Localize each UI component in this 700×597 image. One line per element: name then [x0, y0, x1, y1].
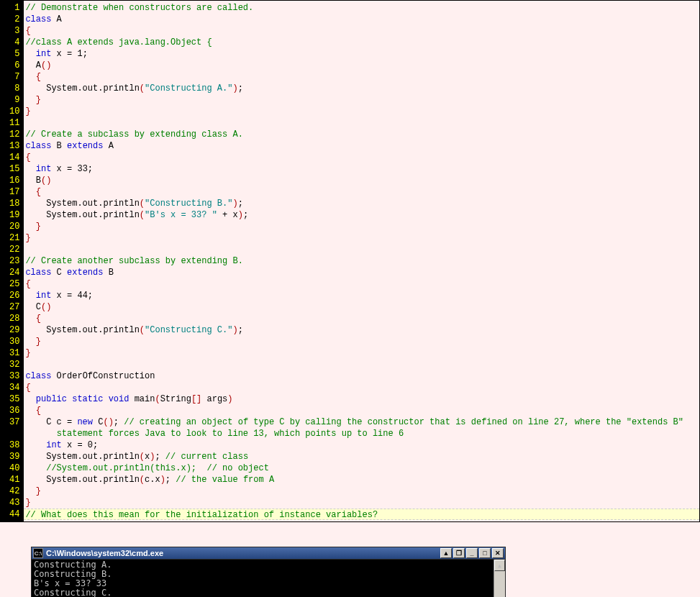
code-line[interactable]: System.out.println("Constructing A."); — [25, 83, 699, 94]
code-line[interactable]: System.out.println("Constructing B."); — [25, 198, 699, 209]
console-title: C:\Windows\system32\cmd.exe — [46, 549, 439, 557]
line-number: 14 — [9, 152, 19, 163]
line-number: 26 — [9, 290, 19, 301]
code-line[interactable]: A() — [25, 60, 699, 71]
code-line[interactable]: // Create a subclass by extending class … — [25, 129, 699, 140]
code-line[interactable]: System.out.println("Constructing C."); — [25, 324, 699, 336]
code-line[interactable]: } — [25, 94, 699, 106]
code-line[interactable]: class B extends A — [25, 140, 699, 152]
console-window: C:\ C:\Windows\system32\cmd.exe ▲ ❐ _ □ … — [31, 547, 506, 597]
line-number: 7 — [9, 71, 19, 83]
line-number: 15 — [9, 163, 19, 175]
titlebar-maximize-button[interactable]: □ — [479, 548, 491, 558]
code-line[interactable]: } — [25, 232, 699, 244]
titlebar-restore-button[interactable]: ❐ — [453, 548, 465, 558]
code-line[interactable]: } — [25, 336, 699, 347]
console-scrollbar[interactable]: ▲ — [494, 560, 505, 597]
cmd-icon: C:\ — [33, 548, 43, 558]
line-number: 12 — [9, 129, 19, 140]
line-number: 32 — [9, 359, 19, 370]
code-line[interactable]: } — [25, 347, 699, 359]
code-line[interactable]: } — [25, 486, 699, 497]
code-line[interactable]: { — [25, 25, 699, 37]
line-number: 3 — [9, 25, 19, 37]
line-number: 8 — [9, 83, 19, 94]
code-line[interactable]: { — [25, 278, 699, 290]
line-number: 37 — [9, 416, 19, 428]
code-line[interactable]: B() — [25, 175, 699, 186]
line-number: 18 — [9, 198, 19, 209]
line-number: 33 — [9, 370, 19, 382]
code-line[interactable]: //class A extends java.lang.Object { — [25, 37, 699, 48]
line-number: 17 — [9, 186, 19, 198]
code-line[interactable]: System.out.println(x); // current class — [25, 451, 699, 462]
line-number: 20 — [9, 221, 19, 232]
code-line[interactable] — [25, 359, 699, 370]
code-line[interactable]: C c = new C(); // creating an object of … — [25, 416, 699, 428]
code-line[interactable]: // What does this mean for the initializ… — [24, 509, 699, 520]
code-line[interactable]: int x = 0; — [25, 439, 699, 451]
code-line[interactable]: System.out.println("B's x = 33? " + x); — [25, 209, 699, 221]
line-number: 39 — [9, 451, 19, 462]
line-number: 2 — [9, 14, 19, 25]
line-number: 16 — [9, 175, 19, 186]
line-number: 29 — [9, 324, 19, 336]
code-editor: 1234567891011121314151617181920212223242… — [0, 0, 700, 522]
line-number: 13 — [9, 140, 19, 152]
line-number: 10 — [9, 106, 19, 117]
line-number: 24 — [9, 267, 19, 278]
code-line[interactable]: C() — [25, 301, 699, 313]
code-line[interactable]: // Create another subclass by extending … — [25, 255, 699, 267]
line-number: 30 — [9, 336, 19, 347]
line-number: 11 — [9, 117, 19, 129]
line-number: 36 — [9, 405, 19, 416]
titlebar-up-button[interactable]: ▲ — [440, 548, 452, 558]
line-number: 23 — [9, 255, 19, 267]
line-number: 31 — [9, 347, 19, 359]
code-line[interactable]: { — [25, 71, 699, 83]
line-number-gutter: 1234567891011121314151617181920212223242… — [1, 1, 24, 521]
code-line[interactable]: int x = 33; — [25, 163, 699, 175]
line-number: 22 — [9, 244, 19, 255]
line-number: 43 — [9, 497, 19, 509]
code-line[interactable]: // Demonstrate when constructors are cal… — [25, 2, 699, 14]
code-line[interactable] — [25, 117, 699, 129]
line-number: 5 — [9, 48, 19, 60]
code-line[interactable]: { — [25, 382, 699, 393]
line-number: 44 — [9, 509, 19, 520]
code-line[interactable]: } — [25, 221, 699, 232]
line-number: 1 — [9, 2, 19, 14]
code-line[interactable]: int x = 1; — [25, 48, 699, 60]
code-line[interactable]: int x = 44; — [25, 290, 699, 301]
code-line[interactable] — [25, 244, 699, 255]
line-number: 41 — [9, 474, 19, 486]
code-line[interactable]: { — [25, 152, 699, 163]
code-line[interactable]: class C extends B — [25, 267, 699, 278]
code-line[interactable]: public static void main(String[] args) — [25, 393, 699, 405]
line-number: 19 — [9, 209, 19, 221]
line-number: 40 — [9, 462, 19, 474]
code-line[interactable]: } — [25, 497, 699, 509]
console-output[interactable]: Constructing A.Constructing B.B's x = 33… — [31, 560, 506, 597]
line-number: 38 — [9, 439, 19, 451]
line-number: 42 — [9, 486, 19, 497]
code-area[interactable]: // Demonstrate when constructors are cal… — [24, 1, 699, 521]
code-line[interactable]: //System.out.println(this.x); // no obje… — [25, 462, 699, 474]
titlebar-close-button[interactable]: ✕ — [492, 548, 504, 558]
line-number: 4 — [9, 37, 19, 48]
titlebar-minimize-button[interactable]: _ — [466, 548, 478, 558]
scroll-up-icon[interactable]: ▲ — [494, 560, 505, 571]
code-line[interactable]: class A — [25, 14, 699, 25]
console-titlebar[interactable]: C:\ C:\Windows\system32\cmd.exe ▲ ❐ _ □ … — [31, 547, 506, 560]
code-line[interactable]: } — [25, 106, 699, 117]
code-line[interactable]: { — [25, 313, 699, 324]
code-line-wrap[interactable]: statement forces Java to look to line 13… — [25, 428, 699, 439]
code-line[interactable]: { — [25, 405, 699, 416]
line-number: 34 — [9, 382, 19, 393]
line-number: 6 — [9, 60, 19, 71]
console-line: Constructing C. — [34, 588, 503, 597]
code-line[interactable]: System.out.println(c.x); // the value fr… — [25, 474, 699, 486]
code-line[interactable]: class OrderOfConstruction — [25, 370, 699, 382]
line-number: 21 — [9, 232, 19, 244]
code-line[interactable]: { — [25, 186, 699, 198]
